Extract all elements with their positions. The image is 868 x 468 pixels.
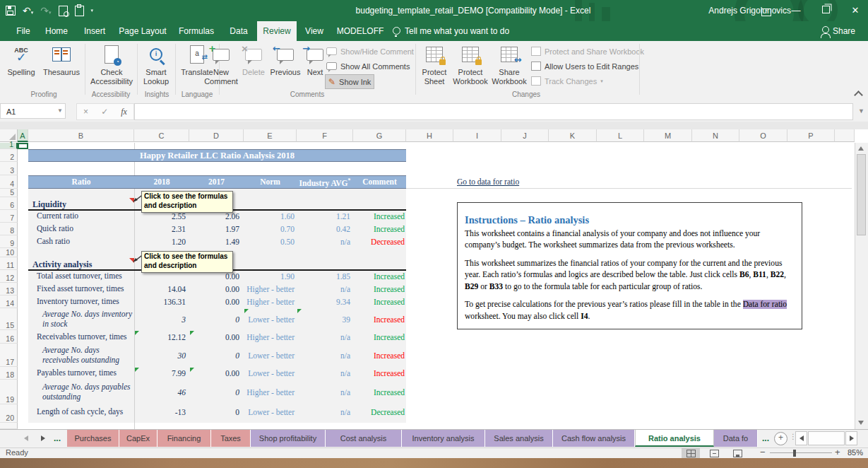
hscroll-left-button[interactable] <box>795 431 807 445</box>
cell-2017[interactable]: 1.49 <box>188 235 239 248</box>
column-header-B[interactable]: B <box>28 129 134 142</box>
cell-2018[interactable]: 2.31 <box>136 223 186 235</box>
tab-page-layout[interactable]: Page Layout <box>114 21 171 41</box>
column-header-P[interactable]: P <box>787 129 835 142</box>
cell-2018[interactable]: 1.20 <box>136 235 186 248</box>
tab-view[interactable]: View <box>298 21 331 41</box>
cell-2018[interactable]: 12.12 <box>136 330 186 344</box>
new-sheet-button[interactable]: + <box>774 432 787 445</box>
sheet-tab-data-for-ratio[interactable]: Data fo <box>714 430 758 447</box>
ratio-label[interactable]: Quick ratio <box>37 223 133 235</box>
header-2017[interactable]: 2017 <box>189 177 244 186</box>
row-header-12[interactable]: 12 <box>0 270 18 283</box>
undo-icon[interactable]: ↶▾ <box>23 6 33 16</box>
sheet-nav-right-icon[interactable] <box>41 435 45 441</box>
header-2018[interactable]: 2018 <box>134 177 189 186</box>
cell-comment[interactable]: Increased <box>346 380 405 404</box>
next-comment-button[interactable]: → Next <box>302 42 328 77</box>
cancel-icon[interactable]: × <box>83 107 88 117</box>
row-header-14[interactable]: 14 <box>0 296 18 308</box>
header-norm[interactable]: Norm <box>244 177 297 186</box>
cell-industry[interactable]: 1.21 <box>297 210 350 223</box>
sheet-tabs-overflow-left[interactable]: ... <box>54 430 61 447</box>
sheet-tab-cash-flow-analysis[interactable]: Cash flow analysis <box>553 430 635 447</box>
cell-norm[interactable]: Higher - better <box>235 380 295 404</box>
smart-lookup-button[interactable]: i Smart Lookup <box>140 42 172 86</box>
sheet-tab-taxes[interactable]: Taxes <box>211 430 251 447</box>
cell-2017[interactable]: 1.97 <box>188 223 239 235</box>
ratio-label[interactable]: Cash ratio <box>37 235 133 248</box>
tab-file[interactable]: File <box>10 21 37 41</box>
header-industry-avg[interactable]: Industry AVG* <box>297 177 353 187</box>
cell-norm[interactable]: 1.90 <box>235 270 295 283</box>
restore-button[interactable] <box>814 0 838 21</box>
column-header-L[interactable]: L <box>597 129 644 142</box>
ratio-sublabel[interactable]: Average No. days payables outstanding <box>42 380 134 404</box>
ratio-label[interactable]: Total asset turnover, times <box>37 270 133 283</box>
cell-norm[interactable]: 0.50 <box>235 235 295 248</box>
column-header-C[interactable]: C <box>134 129 189 142</box>
cell-industry[interactable]: 9.34 <box>297 296 350 308</box>
sheet-tab-inventory-analysis[interactable]: Inventory analysis <box>402 430 485 447</box>
page-layout-view-button[interactable] <box>705 448 723 458</box>
cell-2018[interactable]: 136.31 <box>136 296 186 308</box>
row-header-6[interactable]: 6 <box>0 197 18 210</box>
cell-comment[interactable]: Increased <box>346 330 405 344</box>
cell-industry[interactable]: n/a <box>297 330 350 344</box>
scroll-up-icon[interactable] <box>858 146 864 151</box>
customize-quick-access-icon[interactable]: ▾ <box>91 8 94 13</box>
row-header-2[interactable]: 2 <box>0 149 18 162</box>
row-header-1[interactable]: 1 <box>0 143 18 149</box>
zoom-out-button[interactable]: − <box>760 447 766 457</box>
zoom-slider-track[interactable] <box>770 452 832 453</box>
ratio-sublabel[interactable]: Average No. days receivables outstanding <box>42 344 134 367</box>
cell-2017[interactable]: 0 <box>188 344 239 367</box>
formula-input[interactable] <box>134 103 853 120</box>
scroll-down-icon[interactable] <box>858 421 864 425</box>
column-header-N[interactable]: N <box>692 129 739 142</box>
row-header-13[interactable]: 13 <box>0 283 18 296</box>
cell-norm[interactable]: Lower - better <box>235 344 295 367</box>
column-header-M[interactable]: M <box>644 129 692 142</box>
ratio-label[interactable]: Receivables turnover, times <box>37 330 133 344</box>
header-comment[interactable]: Comment <box>353 177 406 186</box>
ratio-label[interactable]: Inventory turnover, times <box>37 296 133 308</box>
tell-me-box[interactable]: Tell me what you want to do <box>393 21 509 41</box>
cell-2018[interactable]: 30 <box>136 344 186 367</box>
cell-comment[interactable]: Increased <box>346 344 405 367</box>
row-header-10[interactable]: 10 <box>0 248 18 257</box>
spelling-button[interactable]: ABC✓ Spelling <box>4 42 38 77</box>
row-header-9[interactable]: 9 <box>0 235 18 248</box>
zoom-slider-thumb[interactable] <box>793 450 796 457</box>
cell-2017[interactable]: 0.00 <box>188 296 239 308</box>
section-activity-analysis[interactable]: Activity analysis <box>32 259 92 270</box>
tab-modeloff[interactable]: MODELOFF <box>332 21 388 41</box>
zoom-level[interactable]: 85% <box>848 448 863 457</box>
sheet-nav-left-icon[interactable] <box>24 435 28 441</box>
worksheet-title-cell[interactable]: Happy Retailer LLC Ratio Analysis 2018 <box>28 149 406 162</box>
cell-norm[interactable]: 1.60 <box>235 210 295 223</box>
cell-comment[interactable]: Increased <box>346 283 405 296</box>
cell-industry[interactable]: 39 <box>297 308 350 330</box>
column-header-O[interactable]: O <box>739 129 787 142</box>
row-header-4[interactable]: 4 <box>0 175 18 189</box>
cell-comment[interactable]: Increased <box>346 223 405 235</box>
minimize-button[interactable]: — <box>784 0 808 21</box>
cell-comment[interactable]: Decreased <box>346 404 405 420</box>
redo-icon[interactable]: ↷▾ <box>40 6 51 16</box>
header-ratio[interactable]: Ratio <box>28 177 134 186</box>
column-header-E[interactable]: E <box>244 129 297 142</box>
horizontal-scrollbar-thumb[interactable] <box>808 431 845 445</box>
sheet-tab-financing[interactable]: Financing <box>157 430 211 447</box>
cell-comment[interactable]: Increased <box>346 210 405 223</box>
hscroll-right-button[interactable] <box>845 431 857 445</box>
column-header-J[interactable]: J <box>501 129 549 142</box>
cell-norm[interactable]: Lower - better <box>235 404 295 420</box>
cell-2017[interactable]: 0.00 <box>188 367 239 380</box>
section-liquidity[interactable]: Liquidity <box>32 199 66 210</box>
cell-2017[interactable]: 0.00 <box>188 283 239 296</box>
new-comment-button[interactable]: + New Comment <box>202 42 240 86</box>
go-to-data-link[interactable]: Go to data for ratio <box>457 177 519 186</box>
row-header-18[interactable]: 18 <box>0 367 18 380</box>
cell-2017[interactable]: 0.00 <box>188 330 239 344</box>
